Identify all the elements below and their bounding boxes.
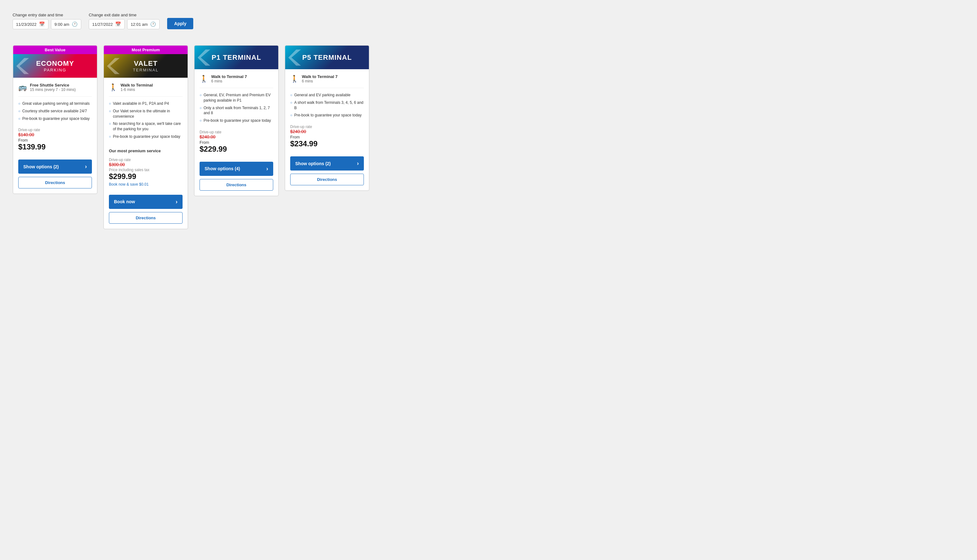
directions-button-valet[interactable]: Directions [109,212,182,224]
svg-marker-0 [17,58,29,74]
price-amount-economy: $139.99 [18,143,92,151]
transport-details-valet: Walk to Terminal 1-6 mins [120,83,153,92]
price-amount-p1: $229.99 [200,145,273,153]
transport-info-valet: 🚶 Walk to Terminal 1-6 mins [109,83,182,97]
chevron-icon-p5 [288,49,304,66]
directions-button-p1[interactable]: Directions [200,179,273,191]
entry-date-input[interactable]: 11/23/2022 📅 [13,19,48,29]
card-header-text-economy: ECONOMYPARKING [36,60,74,72]
card-body-valet: 🚶 Walk to Terminal 1-6 mins Valet availa… [104,78,188,191]
feature-item-p5-2: Pre-book to guarantee your space today [290,113,364,118]
parking-cards: Best Value ECONOMYPARKING 🚌 Free Shuttle… [13,45,964,229]
card-title-main-p5: P5 TERMINAL [302,53,352,62]
original-price-valet: $300.00 [109,162,182,167]
directions-button-economy[interactable]: Directions [18,177,92,188]
exit-date-calendar-icon[interactable]: 📅 [115,22,121,27]
entry-date-calendar-icon[interactable]: 📅 [39,22,45,27]
from-label-economy: From [18,138,28,143]
from-price-p5: From $234.99 [290,135,364,148]
transport-icon-p5: 🚶 [290,75,299,83]
card-header-economy: ECONOMYPARKING [13,54,97,78]
pricing-p5: Drive-up rate $240.00 From $234.99 [290,125,364,148]
card-title-main-economy: ECONOMY [36,60,74,68]
apply-button[interactable]: Apply [167,18,193,29]
features-list-economy: Great value parking serving all terminal… [18,101,92,123]
show-options-button-valet[interactable]: Book now › [109,195,182,209]
chevron-right-icon-economy: › [85,163,87,170]
entry-time-input[interactable]: 9:00 am 🕐 [51,19,81,29]
entry-time-clock-icon[interactable]: 🕐 [72,22,78,27]
transport-sub-p1: 6 mins [211,79,247,83]
save-note-valet: Book now & save $0.01 [109,182,182,187]
feature-item-valet-0: Valet available in P1, P2A and P4 [109,101,182,106]
entry-date-label: Change entry date and time [13,13,81,17]
original-price-p1: $240.00 [200,134,273,139]
card-actions-valet: Book now › Directions [104,191,188,229]
original-price-p5: $240.00 [290,129,364,134]
parking-card-valet: Most Premium VALETTERMINAL 🚶 Walk to Ter… [103,45,188,229]
feature-item-valet-3: Pre-book to guarantee your space today [109,134,182,139]
transport-icon-valet: 🚶 [109,83,117,92]
exit-time-value: 12:01 am [130,22,148,27]
from-price-p1: From $229.99 [200,140,273,153]
from-price-economy: From $139.99 [18,138,92,151]
price-amount-p5: $234.99 [290,139,364,148]
chevron-right-icon-p1: › [266,165,268,172]
exit-time-clock-icon[interactable]: 🕐 [150,22,156,27]
card-title-sub-economy: PARKING [36,68,74,72]
exit-time-input[interactable]: 12:01 am 🕐 [127,19,160,29]
transport-title-valet: Walk to Terminal [120,83,153,87]
card-header-text-p1: P1 TERMINAL [212,53,261,62]
pricing-p1: Drive-up rate $240.00 From $229.99 [200,130,273,153]
transport-info-p1: 🚶 Walk to Terminal 7 6 mins [200,74,273,88]
feature-item-economy-1: Courtesy shuttle service available 24/7 [18,108,92,114]
transport-info-p5: 🚶 Walk to Terminal 7 6 mins [290,74,364,88]
from-price-valet: $299.99 [109,172,182,181]
transport-icon-p1: 🚶 [200,75,208,83]
exit-date-group: Change exit date and time 11/27/2022 📅 1… [89,13,160,29]
card-title-sub-valet: TERMINAL [133,68,159,72]
card-header-p5: P5 TERMINAL [285,46,369,69]
transport-details-economy: Free Shuttle Service 15 mins (every 7 - … [30,83,75,92]
entry-date-value: 11/23/2022 [16,22,37,27]
feature-item-p1-1: Only a short walk from Terminals 1, 2, 7… [200,105,273,116]
feature-item-economy-0: Great value parking serving all terminal… [18,101,92,106]
transport-title-p1: Walk to Terminal 7 [211,74,247,79]
features-list-p5: General and EV parking availableA short … [290,92,364,120]
parking-card-p1: P1 TERMINAL 🚶 Walk to Terminal 7 6 mins … [194,45,279,196]
card-body-p5: 🚶 Walk to Terminal 7 6 mins General and … [285,69,369,153]
show-options-button-p5[interactable]: Show options (2) › [290,157,364,170]
original-price-economy: $140.00 [18,132,92,137]
chevron-icon-valet [107,57,123,75]
transport-icon-economy: 🚌 [18,83,27,92]
svg-marker-2 [198,49,210,65]
show-options-label-economy: Show options (2) [23,164,59,169]
show-options-button-economy[interactable]: Show options (2) › [18,160,92,174]
from-label-p1: From [200,140,209,145]
price-amount-valet: $299.99 [109,172,182,181]
chevron-right-icon-p5: › [357,160,359,167]
pricing-valet: Drive-up rate $300.00Price including sal… [109,158,182,187]
transport-sub-economy: 15 mins (every 7 - 10 mins) [30,87,75,92]
feature-item-economy-2: Pre-book to guarantee your space today [18,116,92,122]
transport-details-p1: Walk to Terminal 7 6 mins [211,74,247,83]
drive-up-label-valet: Drive-up rate [109,158,182,162]
premium-note-valet: Our most premium service [109,148,182,153]
card-body-economy: 🚌 Free Shuttle Service 15 mins (every 7 … [13,78,97,156]
card-actions-p5: Show options (2) › Directions [285,153,369,190]
show-options-label-p5: Show options (2) [295,161,331,166]
transport-info-economy: 🚌 Free Shuttle Service 15 mins (every 7 … [18,83,92,97]
chevron-right-icon-valet: › [175,198,177,205]
exit-date-input[interactable]: 11/27/2022 📅 [89,19,125,29]
pricing-economy: Drive-up rate $140.00 From $139.99 [18,128,92,151]
feature-item-p1-2: Pre-book to guarantee your space today [200,118,273,123]
feature-item-p1-0: General, EV, Premium and Premium EV park… [200,92,273,103]
card-actions-economy: Show options (2) › Directions [13,156,97,193]
card-badge-economy: Best Value [13,46,97,54]
transport-sub-valet: 1-6 mins [120,87,153,92]
card-badge-valet: Most Premium [104,46,188,54]
show-options-button-p1[interactable]: Show options (4) › [200,162,273,176]
entry-time-value: 9:00 am [55,22,69,27]
card-title-main-p1: P1 TERMINAL [212,53,261,62]
directions-button-p5[interactable]: Directions [290,174,364,185]
